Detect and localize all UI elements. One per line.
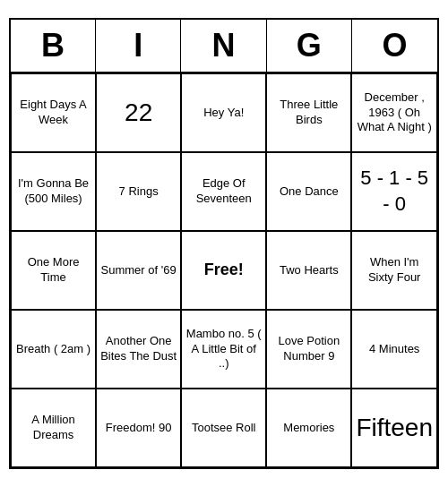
bingo-header: BINGO [11,20,437,73]
bingo-cell-r3c4[interactable]: 4 Minutes [351,310,437,389]
bingo-cell-r0c1[interactable]: 22 [96,73,181,152]
header-letter-i: I [96,20,181,72]
bingo-cell-r4c3[interactable]: Memories [266,389,351,467]
bingo-cell-r4c4[interactable]: Fifteen [351,389,437,467]
bingo-cell-r1c3[interactable]: One Dance [266,152,351,231]
bingo-cell-r1c0[interactable]: I'm Gonna Be (500 Miles) [11,152,96,231]
bingo-cell-r1c4[interactable]: 5 - 1 - 5 - 0 [351,152,437,231]
bingo-cell-r2c2[interactable]: Free! [181,231,266,310]
bingo-cell-r0c3[interactable]: Three Little Birds [266,73,351,152]
bingo-cell-r0c0[interactable]: Eight Days A Week [11,73,96,152]
bingo-cell-r2c0[interactable]: One More Time [11,231,96,310]
bingo-cell-r3c0[interactable]: Breath ( 2am ) [11,310,96,389]
header-letter-n: N [181,20,266,72]
bingo-cell-r1c2[interactable]: Edge Of Seventeen [181,152,266,231]
bingo-cell-r2c3[interactable]: Two Hearts [266,231,351,310]
bingo-cell-r2c1[interactable]: Summer of '69 [96,231,181,310]
bingo-cell-r4c2[interactable]: Tootsee Roll [181,389,266,467]
header-letter-b: B [11,20,96,72]
bingo-cell-r0c4[interactable]: December , 1963 ( Oh What A Night ) [351,73,437,152]
header-letter-o: O [352,20,437,72]
bingo-grid: Eight Days A Week22Hey Ya!Three Little B… [11,73,437,467]
bingo-cell-r0c2[interactable]: Hey Ya! [181,73,266,152]
header-letter-g: G [267,20,352,72]
bingo-cell-r4c1[interactable]: Freedom! 90 [96,389,181,467]
bingo-cell-r3c2[interactable]: Mambo no. 5 ( A Little Bit of ..) [181,310,266,389]
bingo-cell-r3c1[interactable]: Another One Bites The Dust [96,310,181,389]
bingo-cell-r1c1[interactable]: 7 Rings [96,152,181,231]
bingo-cell-r3c3[interactable]: Love Potion Number 9 [266,310,351,389]
bingo-card: BINGO Eight Days A Week22Hey Ya!Three Li… [9,18,439,469]
bingo-cell-r4c0[interactable]: A Million Dreams [11,389,96,467]
bingo-cell-r2c4[interactable]: When I'm Sixty Four [351,231,437,310]
